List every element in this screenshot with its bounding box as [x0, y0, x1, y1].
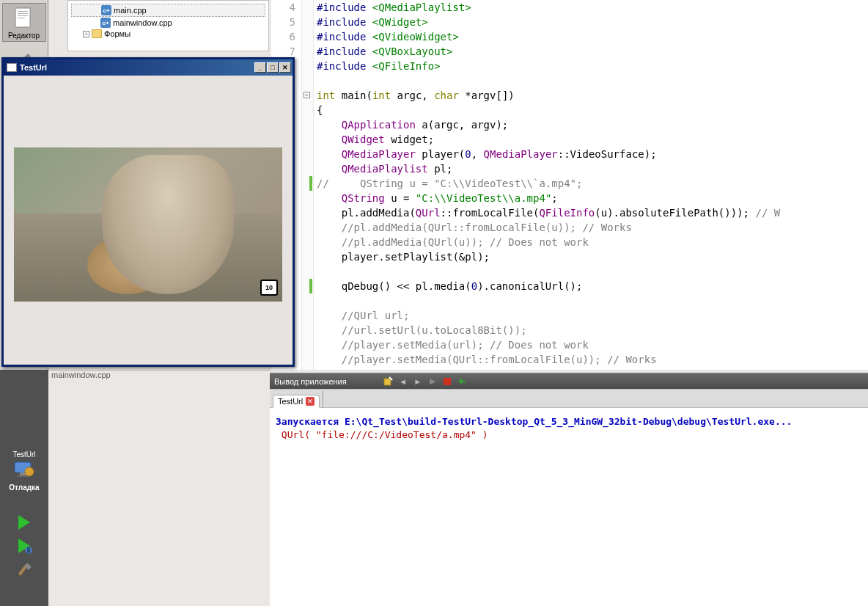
- build-button[interactable]: [16, 562, 32, 581]
- tree-item-main-cpp[interactable]: c+ main.cpp: [71, 4, 265, 17]
- open-file-tab[interactable]: mainwindow.cpp: [51, 370, 111, 379]
- testurl-window[interactable]: TestUrl _ □ ✕ 10: [1, 57, 295, 367]
- folder-icon: [92, 29, 102, 38]
- route-badge: 10: [260, 280, 278, 296]
- output-toolbar: Вывод приложения ◄ ► ▶: [270, 373, 868, 389]
- cpp-file-icon: c+: [101, 5, 111, 15]
- bottom-panel: [48, 370, 270, 606]
- svg-rect-10: [27, 547, 30, 553]
- stop-icon[interactable]: [442, 376, 452, 387]
- output-line: QUrl( "file:///C:/VideoTest/a.mp4" ): [276, 429, 488, 440]
- rerun-icon[interactable]: [457, 376, 467, 387]
- tree-item-mainwindow-cpp[interactable]: c+ mainwindow.cpp: [71, 17, 265, 29]
- prev-icon[interactable]: ◄: [398, 376, 408, 387]
- svg-rect-1: [18, 11, 28, 12]
- expand-icon[interactable]: +: [83, 31, 89, 37]
- output-console[interactable]: Запускается E:\Qt_Test\build-TestUrl-Des…: [270, 408, 868, 606]
- change-marker: [309, 176, 312, 191]
- clear-icon[interactable]: [383, 376, 394, 387]
- output-tabs: TestUrl ✕: [270, 389, 868, 408]
- svg-rect-4: [18, 18, 25, 18]
- svg-rect-12: [384, 379, 391, 385]
- debug-sidebar: TestUrl Отладка: [0, 370, 48, 606]
- run-target-label: TestUrl: [2, 450, 46, 459]
- line-num: 6: [271, 29, 295, 44]
- tree-item-label: main.cpp: [114, 6, 147, 15]
- change-marker: [309, 279, 312, 293]
- output-line: Запускается E:\Qt_Test\build-TestUrl-Des…: [276, 416, 792, 427]
- project-tree: c+ main.cpp c+ mainwindow.cpp + Формы: [67, 0, 269, 51]
- document-icon: [12, 7, 36, 30]
- tree-item-forms[interactable]: + Формы: [71, 29, 265, 39]
- minimize-button[interactable]: _: [254, 62, 266, 73]
- maximize-button[interactable]: □: [267, 62, 279, 73]
- next-icon[interactable]: ►: [413, 376, 423, 387]
- output-tab-testurl[interactable]: TestUrl ✕: [273, 395, 320, 408]
- run-icon[interactable]: ▶: [427, 376, 438, 387]
- fold-toggle-icon[interactable]: −: [304, 92, 310, 98]
- svg-point-8: [25, 467, 34, 476]
- line-num: 4: [271, 0, 295, 15]
- window-title: TestUrl: [20, 63, 47, 72]
- debug-button[interactable]: [18, 539, 30, 553]
- monitor-icon[interactable]: [12, 460, 36, 481]
- run-button[interactable]: [18, 515, 30, 530]
- editor-mode-button[interactable]: Редактор: [2, 3, 46, 42]
- line-num: 5: [271, 15, 295, 29]
- tab-close-icon[interactable]: ✕: [306, 397, 315, 406]
- editor-mode-label: Редактор: [8, 32, 40, 40]
- tree-item-label: mainwindow.cpp: [113, 18, 172, 27]
- svg-rect-2: [18, 13, 28, 14]
- close-button[interactable]: ✕: [279, 62, 291, 73]
- titlebar[interactable]: TestUrl _ □ ✕: [4, 59, 293, 76]
- code-content[interactable]: #include <QMediaPlaylist> #include <QWid…: [317, 0, 868, 367]
- code-editor[interactable]: 4 5 6 7 − #include <QMediaPlaylist> #inc…: [271, 0, 868, 370]
- line-num: 7: [271, 44, 295, 59]
- tree-item-label: Формы: [104, 29, 130, 38]
- video-display: 10: [14, 147, 282, 302]
- debug-mode-label: Отладка: [2, 483, 46, 492]
- svg-rect-3: [18, 15, 28, 16]
- app-icon: [7, 63, 17, 72]
- output-toolbar-label: Вывод приложения: [274, 377, 347, 386]
- cpp-file-icon: c+: [100, 18, 111, 28]
- output-tab-label: TestUrl: [278, 397, 303, 406]
